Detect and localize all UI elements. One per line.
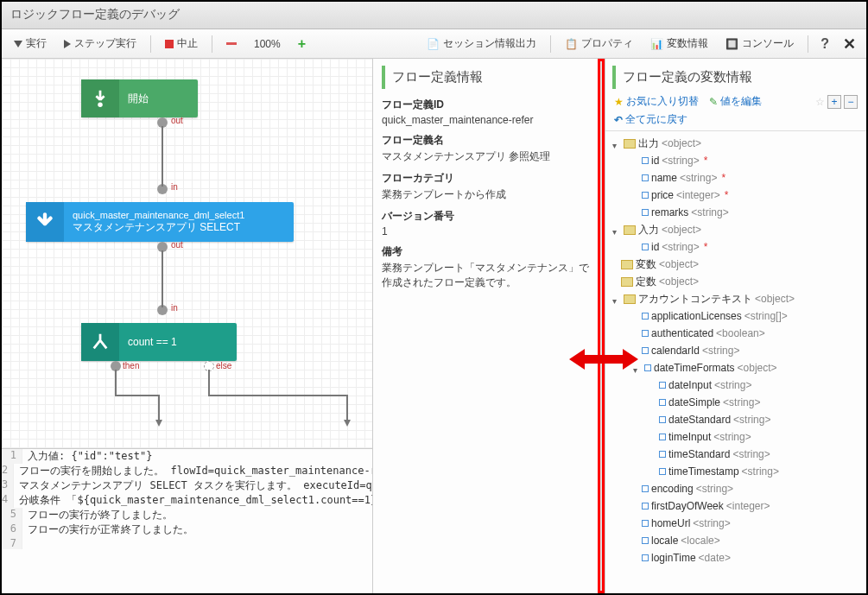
- tree-node[interactable]: id <string>*: [609, 152, 866, 169]
- branch-icon: [81, 323, 119, 361]
- tree-node[interactable]: dateSimple <string>: [609, 394, 866, 411]
- var-icon: [642, 347, 649, 354]
- tree-node[interactable]: firstDayOfWeek <integer>: [609, 497, 866, 515]
- stop-button[interactable]: 中止: [158, 33, 205, 54]
- zoom-out-button[interactable]: [219, 39, 244, 48]
- property-button[interactable]: 📋プロパティ: [558, 33, 640, 54]
- stop-icon: [165, 40, 174, 48]
- expand-all-button[interactable]: +: [827, 95, 841, 109]
- tree-node[interactable]: encoding <string>: [609, 480, 866, 497]
- zoom-level[interactable]: 100%: [247, 35, 288, 54]
- chevron-down-icon[interactable]: [612, 225, 621, 234]
- collapse-all-button[interactable]: −: [844, 95, 858, 109]
- connector: [162, 250, 163, 307]
- var-icon: [644, 364, 651, 371]
- var-icon: [642, 192, 649, 199]
- variables-panel: フロー定義の変数情報 ★お気に入り切替 ✎値を編集 ☆ + − ↶全て元に戻す …: [605, 59, 866, 593]
- console-line: 1入力値: {"id":"test"}: [2, 449, 372, 464]
- tree-node[interactable]: timeInput <string>: [609, 428, 866, 446]
- prop-value: 業務テンプレートから作成: [382, 187, 589, 202]
- port-then: [111, 361, 121, 371]
- tree-node[interactable]: loginTime <date>: [609, 549, 866, 567]
- tree-node[interactable]: 入力 <object>: [609, 221, 866, 238]
- console-line: 2フローの実行を開始しました。 flowId=quick_master_main…: [2, 464, 372, 478]
- variable-tree[interactable]: 出力 <object> id <string>* name <string>* …: [605, 130, 866, 593]
- help-button[interactable]: ?: [815, 36, 834, 52]
- svg-marker-2: [344, 420, 351, 427]
- tree-node[interactable]: calendarId <string>: [609, 342, 866, 359]
- prop-value: 1: [382, 225, 589, 237]
- var-icon: [659, 434, 666, 440]
- node-start-label: 開始: [128, 92, 149, 106]
- select-icon: [26, 202, 64, 242]
- tree-node[interactable]: 変数 <object>: [609, 256, 866, 273]
- window-title: ロジックフロー定義のデバッグ: [2, 2, 866, 29]
- tree-node[interactable]: 出力 <object>: [609, 135, 866, 152]
- port-then-label: then: [123, 361, 139, 370]
- session-output-button[interactable]: 📄セッション情報出力: [420, 33, 543, 54]
- tree-node[interactable]: timeTimestamp <string>: [609, 463, 866, 480]
- tree-node[interactable]: 定数 <object>: [609, 273, 866, 290]
- tree-node[interactable]: authenticated <boolean>: [609, 325, 866, 342]
- folder-icon: [624, 225, 636, 235]
- prop-label: フローカテゴリ: [382, 171, 589, 186]
- tree-node[interactable]: price <integer>*: [609, 187, 866, 204]
- property-panel: フロー定義情報 フロー定義ID quick_master_maintenance…: [373, 59, 598, 593]
- tree-node[interactable]: id <string>*: [609, 238, 866, 256]
- star-icon: ★: [614, 96, 624, 108]
- step-button[interactable]: ステップ実行: [57, 33, 143, 54]
- node-start[interactable]: 開始: [81, 79, 198, 117]
- tree-node[interactable]: locale <locale>: [609, 532, 866, 549]
- node-select-id: quick_master_maintenance_dml_select1: [73, 210, 244, 220]
- var-icon: [659, 468, 666, 475]
- var-icon: [642, 157, 649, 164]
- connector: [162, 126, 163, 187]
- pencil-icon: ✎: [709, 96, 718, 108]
- favorite-toggle[interactable]: ★お気に入り切替: [614, 94, 699, 109]
- tree-node[interactable]: アカウントコンテキスト <object>: [609, 290, 866, 307]
- tree-node[interactable]: dateInput <string>: [609, 377, 866, 394]
- tree-node[interactable]: timeStandard <string>: [609, 446, 866, 463]
- tree-node[interactable]: homeUrl <string>: [609, 515, 866, 532]
- folder-icon: [621, 277, 633, 287]
- port-out2-label: out: [171, 240, 183, 250]
- tree-node[interactable]: dateStandard <string>: [609, 411, 866, 428]
- flow-canvas[interactable]: 開始 quick_master_maintenance_dml_select1 …: [2, 59, 372, 448]
- chevron-down-icon[interactable]: [612, 294, 621, 303]
- node-count[interactable]: count == 1: [81, 323, 237, 361]
- close-button[interactable]: ✕: [838, 35, 861, 54]
- tree-node[interactable]: remarks <string>: [609, 204, 866, 221]
- run-button[interactable]: 実行: [7, 33, 54, 54]
- port-else: [204, 361, 214, 371]
- vars-button[interactable]: 📊変数情報: [643, 33, 715, 54]
- var-icon: [642, 209, 649, 216]
- svg-point-0: [98, 103, 103, 108]
- node-select[interactable]: quick_master_maintenance_dml_select1 マスタ…: [26, 202, 294, 242]
- edit-value-button[interactable]: ✎値を編集: [709, 94, 762, 109]
- prop-value: マスタメンテナンスアプリ 参照処理: [382, 149, 589, 164]
- var-icon: [642, 330, 649, 337]
- port-else-label: else: [216, 361, 231, 370]
- var-icon: [642, 174, 649, 181]
- tree-node[interactable]: name <string>*: [609, 169, 866, 187]
- chevron-down-icon[interactable]: [633, 364, 642, 372]
- var-icon: [659, 416, 666, 423]
- property-icon: 📋: [565, 38, 578, 50]
- console-line: 5フローの実行が終了しました。: [2, 508, 372, 522]
- splitter[interactable]: [598, 59, 605, 593]
- var-icon: [642, 485, 649, 492]
- prop-label: 備考: [382, 244, 589, 259]
- chevron-down-icon[interactable]: [612, 139, 621, 148]
- console-line: 4分岐条件 「${quick_master_maintenance_dml_se…: [2, 493, 372, 508]
- var-icon: [642, 313, 649, 320]
- folder-icon: [621, 260, 633, 269]
- var-icon: [642, 554, 649, 561]
- reset-all-button[interactable]: ↶全て元に戻す: [614, 112, 687, 127]
- zoom-in-button[interactable]: +: [291, 33, 313, 55]
- console-button[interactable]: 🔲コンソール: [719, 33, 801, 54]
- tree-node[interactable]: applicationLicenses <string[]>: [609, 307, 866, 325]
- var-icon: [659, 451, 666, 458]
- tree-node[interactable]: dateTimeFormats <object>: [609, 359, 866, 377]
- step-icon: [64, 40, 71, 48]
- plus-icon: +: [298, 36, 306, 52]
